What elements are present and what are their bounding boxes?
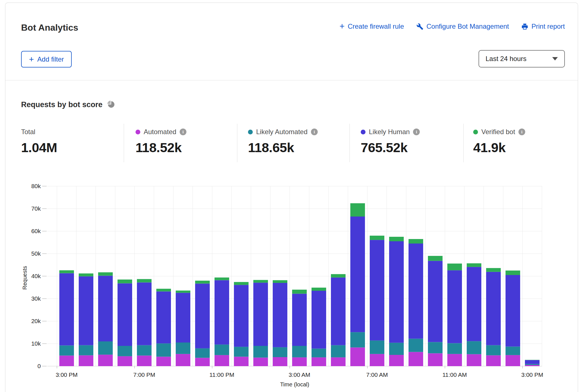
stat-likely-automated: Likely Automated 118.65k <box>248 128 318 155</box>
svg-text:70k: 70k <box>31 205 41 212</box>
stat-divider <box>463 124 464 162</box>
svg-text:50k: 50k <box>31 250 41 257</box>
stat-total: Total 1.04M <box>21 128 57 155</box>
svg-text:Requests: Requests <box>22 266 28 290</box>
stat-automated: Automated 118.52k <box>136 128 186 155</box>
svg-text:7:00 PM: 7:00 PM <box>133 371 155 378</box>
pie-chart-icon <box>107 100 115 109</box>
stat-likely-automated-value: 118.65k <box>248 140 318 155</box>
stat-verified-bot: Verified bot 41.9k <box>473 128 525 155</box>
stat-divider <box>237 124 237 162</box>
svg-text:7:00 AM: 7:00 AM <box>366 371 388 378</box>
stat-likely-human-value: 765.52k <box>361 140 420 155</box>
print-report-link[interactable]: Print report <box>521 22 565 30</box>
plus-icon <box>29 56 34 63</box>
stat-total-label: Total <box>21 128 35 136</box>
create-firewall-rule-link[interactable]: Create firewall rule <box>340 22 404 30</box>
svg-text:20k: 20k <box>31 318 41 324</box>
svg-text:11:00 PM: 11:00 PM <box>209 371 234 378</box>
svg-text:3:00 PM: 3:00 PM <box>56 371 78 378</box>
requests-by-bot-score-chart[interactable]: 010k20k30k40k50k60k70k80k3:00 PM7:00 PM1… <box>0 174 582 392</box>
wrench-icon <box>416 23 423 30</box>
section-title: Requests by bot score <box>21 100 103 109</box>
plus-icon <box>340 23 345 30</box>
header-divider <box>5 80 578 80</box>
stat-divider <box>124 124 124 162</box>
time-range-value: Last 24 hours <box>486 55 526 63</box>
stat-verified-bot-label: Verified bot <box>481 128 515 136</box>
automated-legend-dot <box>136 130 140 134</box>
info-icon[interactable] <box>311 129 318 135</box>
likely-automated-legend-dot <box>248 130 253 134</box>
svg-text:Time (local): Time (local) <box>280 381 309 388</box>
create-firewall-rule-label: Create firewall rule <box>348 22 404 30</box>
svg-text:11:00 AM: 11:00 AM <box>442 371 467 378</box>
stat-likely-automated-label: Likely Automated <box>256 128 308 136</box>
svg-text:0: 0 <box>37 363 41 369</box>
info-icon[interactable] <box>180 129 186 135</box>
svg-text:80k: 80k <box>31 183 41 189</box>
stat-verified-bot-value: 41.9k <box>473 140 525 155</box>
print-report-label: Print report <box>531 22 565 30</box>
verified-bot-legend-dot <box>473 130 478 134</box>
stat-automated-label: Automated <box>144 128 176 136</box>
svg-text:3:00 PM: 3:00 PM <box>521 371 543 378</box>
svg-text:30k: 30k <box>31 295 41 302</box>
configure-bot-management-link[interactable]: Configure Bot Management <box>416 22 509 30</box>
time-range-select[interactable]: Last 24 hours <box>479 50 565 67</box>
section-title-row: Requests by bot score <box>21 100 115 109</box>
stat-automated-value: 118.52k <box>136 140 186 155</box>
info-icon[interactable] <box>518 129 525 135</box>
stat-divider <box>349 124 350 162</box>
chevron-down-icon <box>552 57 558 60</box>
svg-text:3:00 AM: 3:00 AM <box>288 371 310 378</box>
add-filter-label: Add filter <box>37 55 64 63</box>
page-title: Bot Analytics <box>21 22 78 33</box>
stat-likely-human-label: Likely Human <box>369 128 410 136</box>
add-filter-button[interactable]: Add filter <box>21 51 72 67</box>
svg-text:40k: 40k <box>31 273 41 279</box>
svg-text:60k: 60k <box>31 228 41 234</box>
configure-bot-management-label: Configure Bot Management <box>427 22 509 30</box>
header-actions: Create firewall rule Configure Bot Manag… <box>340 22 565 30</box>
svg-text:10k: 10k <box>31 340 41 347</box>
stat-total-value: 1.04M <box>21 140 57 155</box>
printer-icon <box>521 23 528 30</box>
stat-likely-human: Likely Human 765.52k <box>361 128 420 155</box>
likely-human-legend-dot <box>361 130 366 134</box>
info-icon[interactable] <box>413 129 420 135</box>
